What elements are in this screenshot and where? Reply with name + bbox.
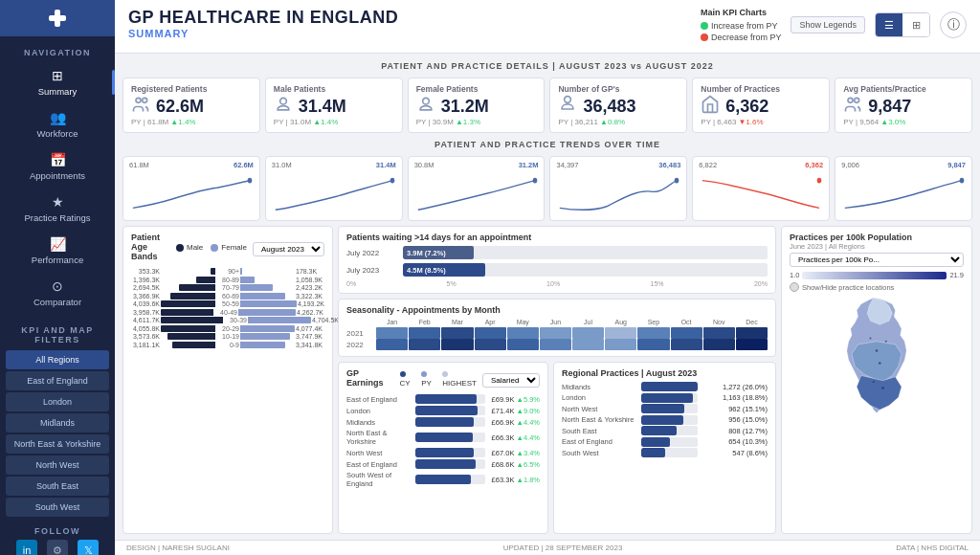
- regional-bar-fill-0: [641, 382, 698, 391]
- sidebar-item-comparator[interactable]: ⊙ Comparator: [0, 272, 115, 314]
- kpi-sub-text: PY | 36,211: [558, 118, 598, 126]
- earnings-row-2: Midlands £66.9K ▲4.4%: [346, 417, 540, 427]
- grid-view-button[interactable]: ⊞: [902, 13, 929, 36]
- age-male-val-5: 3,958.7K: [131, 309, 160, 316]
- age-female-val-6: 4,704.5K: [312, 317, 341, 323]
- age-female-bar-4: [240, 300, 297, 307]
- map-measure-select[interactable]: Practices per 100k Po...: [790, 253, 964, 267]
- age-label-5: 40-49: [214, 309, 237, 316]
- age-bar-row-1: 1,396.3K 80-89 1,058.9K: [131, 277, 324, 283]
- regional-label-3: North East & Yorkshire: [562, 415, 638, 424]
- regional-val-2: 962 (15.1%): [701, 405, 768, 413]
- season-month-label: Jan: [376, 319, 408, 325]
- regional-label-0: Midlands: [562, 383, 638, 391]
- female-bar-fill-9: [240, 342, 285, 348]
- filter-all-regions[interactable]: All Regions: [6, 350, 109, 369]
- kpi-card-2: Female Patients 31.2M PY | 30.9M ▲1.3%: [408, 78, 546, 133]
- sidebar-item-summary[interactable]: ⊞ Summary: [0, 61, 115, 103]
- age-label-6: 30-39: [224, 317, 247, 323]
- sidebar-item-label-comparator: Comparator: [33, 297, 81, 307]
- age-male-bar-2: [161, 284, 215, 291]
- svg-point-9: [675, 178, 679, 184]
- waiting-label-1: July 2023: [346, 266, 399, 275]
- locations-toggle-icon[interactable]: [790, 282, 799, 292]
- age-male-val-2: 2,694.5K: [131, 284, 160, 291]
- linkedin-icon[interactable]: in: [16, 540, 37, 555]
- age-month-select[interactable]: August 2023: [253, 242, 324, 256]
- filter-south-east[interactable]: South East: [6, 477, 109, 496]
- twitter-icon[interactable]: 𝕏: [78, 540, 99, 555]
- male-bar-fill-3: [170, 293, 215, 300]
- earnings-type-select[interactable]: Salaried: [482, 373, 540, 388]
- male-bar-fill-1: [196, 277, 215, 283]
- season-cell: [637, 339, 669, 350]
- female-bar-fill-7: [240, 325, 295, 332]
- sidebar-item-practice-ratings[interactable]: ★ Practice Ratings: [0, 188, 115, 230]
- middle-row: Patient Age Bands Male Female August 202…: [122, 226, 972, 534]
- filter-london[interactable]: London: [6, 392, 109, 411]
- season-cell: [572, 327, 604, 339]
- regional-row-6: South West 547 (8.6%): [562, 448, 768, 457]
- filter-midlands[interactable]: Midlands: [6, 413, 109, 433]
- list-view-button[interactable]: ☰: [876, 13, 902, 36]
- age-bar-row-5: 3,958.7K 40-49 4,262.7K: [131, 309, 324, 316]
- kpi-label: Number of GP's: [558, 84, 679, 94]
- filter-east-england[interactable]: East of England: [6, 371, 109, 390]
- age-label-3: 60-69: [216, 293, 239, 300]
- practice-dot: [873, 381, 875, 383]
- season-cell: [409, 327, 440, 339]
- sidebar-item-label-appointments: Appointments: [30, 170, 85, 181]
- earnings-bar-bg-2: [415, 417, 485, 427]
- content-area: PATIENT AND PRACTICE DETAILS | AUGUST 20…: [115, 54, 980, 540]
- filter-north-west[interactable]: North West: [6, 455, 109, 475]
- age-female-val-2: 2,423.2K: [296, 284, 324, 291]
- sidebar-item-label-summary: Summary: [38, 86, 78, 97]
- cy-legend: CY: [400, 370, 416, 388]
- earnings-bar-fill-5: [415, 459, 476, 469]
- scale-max: 21.9: [949, 271, 964, 279]
- age-bars-container: 353.3K 90+ 178.3K 1,396.3K 80-89 1,058.9…: [131, 268, 324, 348]
- waiting-axis-label: 15%: [651, 280, 664, 287]
- regional-bars: Midlands 1,272 (26.0%) London 1,163 (18.…: [562, 382, 768, 457]
- age-bar-row-6: 4,611.7K 30-39 4,704.5K: [131, 317, 324, 323]
- kpi-change-4: ▼1.6%: [738, 118, 763, 126]
- earnings-panel: GP Earnings CY PY HIGHEST Salaried East …: [338, 362, 548, 534]
- season-cell: [441, 339, 473, 350]
- kpi-change-3: ▲0.8%: [600, 118, 625, 126]
- sidebar-item-performance[interactable]: 📈 Performance: [0, 230, 115, 272]
- seasonality-panel: Seasonality - Appointments by Month JanF…: [338, 299, 776, 357]
- filter-south-west[interactable]: South West: [6, 498, 109, 517]
- gear-icon[interactable]: ⚙: [47, 540, 68, 555]
- trend-svg-1: [272, 171, 396, 217]
- sidebar-item-appointments[interactable]: 📅 Appointments: [0, 145, 115, 188]
- age-female-val-0: 178.3K: [296, 268, 324, 275]
- season-year-2021: 2021: [346, 327, 768, 339]
- earnings-region-4: North West: [346, 449, 413, 457]
- male-bar-fill-5: [161, 309, 213, 316]
- waiting-bar-row-1: July 2023 4.5M (8.5%): [346, 263, 768, 277]
- trend-end-0: 62.6M: [234, 161, 254, 169]
- kpi-legend-box: Main KPI Charts Increase from PY Decreas…: [701, 8, 782, 42]
- waiting-title: Patients waiting >14 days for an appoint…: [346, 233, 768, 242]
- info-button[interactable]: ⓘ: [940, 11, 967, 38]
- practice-dot: [881, 387, 884, 389]
- female-dot: [211, 244, 218, 252]
- trend-row: 61.8M 62.6M 31.0M 31.4M 30.8M 31.2M 34,3…: [122, 156, 972, 221]
- sidebar-item-workforce[interactable]: 👥 Workforce: [0, 103, 115, 145]
- practice-dot: [876, 349, 879, 352]
- waiting-bar-bg-1: 4.5M (8.5%): [403, 263, 768, 277]
- footer-data: DATA | NHS DIGITAL: [896, 544, 969, 552]
- filter-north-east-yorkshire[interactable]: North East & Yorkshire: [6, 434, 109, 454]
- regional-label-1: London: [562, 393, 638, 402]
- season-cell: [671, 339, 702, 350]
- show-legends-button[interactable]: Show Legends: [791, 16, 865, 33]
- earnings-row-5: East of England £68.6K ▲6.5%: [346, 459, 540, 469]
- appointments-icon: 📅: [50, 152, 66, 167]
- earnings-bar-bg-5: [415, 459, 485, 469]
- age-female-val-1: 1,058.9K: [296, 277, 324, 283]
- center-panels: Patients waiting >14 days for an appoint…: [338, 226, 776, 534]
- header-right: Main KPI Charts Increase from PY Decreas…: [701, 8, 967, 42]
- season-cell: [703, 327, 735, 339]
- kpi-sub-3: PY | 36,211 ▲0.8%: [558, 118, 679, 126]
- age-female-val-7: 4,077.4K: [296, 325, 324, 332]
